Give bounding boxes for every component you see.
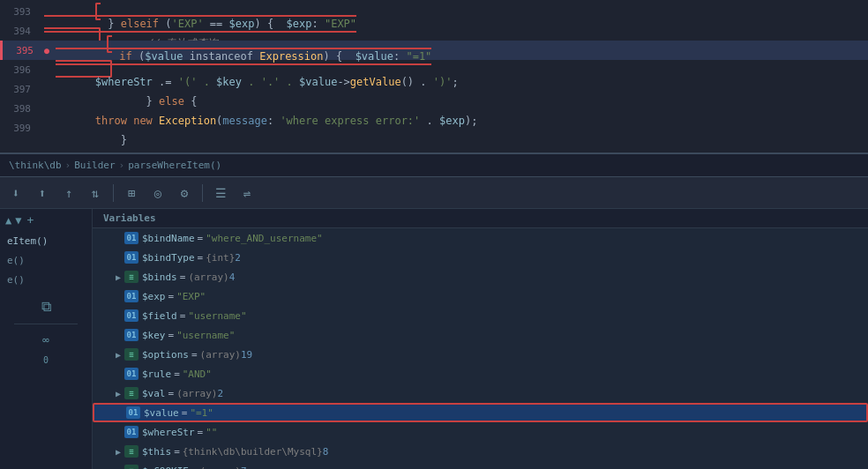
expand-placeholder-8: [112, 426, 124, 438]
type-badge-wherestr: 01: [124, 426, 138, 438]
breadcrumb-item-3[interactable]: parseWhereItem(): [128, 160, 221, 171]
toolbar-target-icon[interactable]: ◎: [149, 184, 167, 202]
nav-item-e2[interactable]: e(): [0, 270, 92, 289]
var-name-field: $field: [142, 310, 177, 322]
expand-val[interactable]: ▶: [112, 387, 124, 399]
icon-separator: [14, 324, 79, 324]
left-zero-icon[interactable]: 0: [43, 355, 49, 365]
var-value-key: "username": [176, 330, 235, 341]
var-row-exp[interactable]: 01 $exp = "EXP": [93, 287, 868, 306]
debug-toolbar: ⬇ ⬆ ↑ ⇅ ⊞ ◎ ⚙ ☰ ⇌: [0, 177, 868, 209]
variables-header: Variables: [93, 209, 868, 228]
var-row-binds[interactable]: ▶ ≡ $binds = (array) 4: [93, 267, 868, 287]
expand-cookie[interactable]: ▶: [112, 465, 124, 469]
left-infinity-icon[interactable]: ∞: [42, 333, 49, 346]
var-eq-6: =: [168, 330, 175, 341]
var-value-wherestr: "": [206, 427, 217, 438]
var-type-options: (array): [200, 349, 241, 361]
type-badge-rule: 01: [124, 368, 138, 380]
var-type-binds: (array): [188, 272, 228, 283]
nav-item-e1[interactable]: e(): [0, 250, 92, 270]
var-row-wherestr[interactable]: 01 $whereStr = "": [93, 422, 868, 442]
var-value-binds: 4: [229, 272, 236, 283]
var-value-field: "username": [188, 310, 246, 322]
type-badge-field: 01: [124, 309, 138, 322]
expand-placeholder-2: [112, 251, 124, 264]
var-eq-10: =: [182, 407, 188, 419]
var-eq-8: =: [174, 368, 180, 380]
breadcrumb-sep-1: ›: [65, 160, 71, 171]
var-row-bindtype[interactable]: 01 $bindType = {int} 2: [93, 248, 868, 267]
type-badge-var: 01: [124, 232, 138, 244]
line-number-394: 394: [0, 26, 40, 37]
var-row-cookie[interactable]: ▶ ≡ $_COOKIE = (array) 7: [93, 461, 868, 469]
var-type-cookie: (array): [200, 465, 241, 470]
nav-down-btn[interactable]: ▼: [15, 214, 21, 227]
type-badge-this: ≡: [124, 445, 138, 458]
nav-item-eitem[interactable]: eItem(): [0, 231, 92, 250]
var-name-binds: $binds: [142, 272, 177, 283]
var-row-this[interactable]: ▶ ≡ $this = {think\db\builder\Mysql} 8: [93, 442, 868, 461]
var-row-field[interactable]: 01 $field = "username": [93, 306, 868, 325]
breadcrumb-item-1[interactable]: \think\db: [9, 160, 62, 171]
var-row-bindname[interactable]: 01 $bindName = "where_AND_username": [93, 228, 868, 248]
var-row-val[interactable]: ▶ ≡ $val = (array) 2: [93, 383, 868, 403]
toolbar-upload-icon[interactable]: ⬆: [34, 184, 51, 202]
expand-this[interactable]: ▶: [112, 445, 124, 458]
var-name-val: $val: [142, 388, 166, 399]
nav-add-btn[interactable]: +: [26, 213, 34, 227]
line-number-396: 396: [0, 64, 40, 76]
var-name-cookie: $_COOKIE: [142, 465, 189, 470]
expand-placeholder-4: [112, 309, 124, 322]
left-copy-icon[interactable]: ⧉: [41, 298, 51, 315]
var-row-value[interactable]: 01 $value = "=1": [93, 403, 868, 422]
line-content-399: }: [40, 97, 868, 159]
line-number-393: 393: [0, 6, 40, 18]
toolbar-list-icon[interactable]: ☰: [212, 184, 229, 202]
var-type-bindtype: {int}: [206, 252, 235, 264]
type-badge-value: 01: [126, 406, 140, 419]
nav-up-btn[interactable]: ▲: [5, 214, 11, 227]
var-eq-11: =: [198, 427, 204, 438]
toolbar-download-icon[interactable]: ⬇: [7, 184, 25, 202]
code-lines: 393 } elseif ('EXP' == $exp) { $exp: "EX…: [0, 0, 868, 139]
var-name-bindtype: $bindType: [142, 252, 195, 264]
var-eq-3: =: [180, 272, 186, 283]
toolbar-sort-icon[interactable]: ⇅: [86, 184, 104, 202]
line-number-399: 399: [0, 123, 40, 134]
var-row-options[interactable]: ▶ ≡ $options = (array) 19: [93, 345, 868, 364]
var-value-exp: "EXP": [176, 291, 206, 302]
var-name-rule: $rule: [142, 368, 171, 380]
toolbar-up-icon[interactable]: ↑: [60, 184, 78, 202]
breadcrumb-item-2[interactable]: Builder: [74, 160, 115, 171]
var-value-cookie: 7: [241, 465, 247, 470]
type-badge-val: ≡: [124, 387, 138, 399]
var-value-val: 2: [217, 388, 223, 399]
type-badge-exp: 01: [124, 290, 138, 302]
var-row-key[interactable]: 01 $key = "username": [93, 325, 868, 345]
line-number-397: 397: [0, 84, 40, 95]
var-name-bindname: $bindName: [142, 233, 195, 244]
var-name-key: $key: [142, 330, 166, 341]
var-eq-9: =: [168, 388, 175, 399]
var-value-rule: "AND": [183, 368, 212, 380]
toolbar-exchange-icon[interactable]: ⇌: [238, 184, 256, 202]
var-value-value: "=1": [190, 407, 213, 419]
toolbar-grid-icon[interactable]: ⊞: [123, 184, 140, 202]
left-icon-group: ⧉ ∞ 0: [0, 289, 92, 469]
var-row-rule[interactable]: 01 $rule = "AND": [93, 364, 868, 383]
type-badge-options: ≡: [124, 348, 138, 361]
var-type-this: {think\db\builder\Mysql}: [183, 446, 323, 458]
variables-content: Variables 01 $bindName = "where_AND_user…: [93, 209, 868, 469]
toolbar-separator-1: [113, 184, 114, 202]
var-value-this: 8: [323, 446, 329, 458]
toolbar-settings-icon[interactable]: ⚙: [176, 184, 193, 202]
var-type-val: (array): [176, 388, 217, 399]
var-eq-13: =: [191, 465, 198, 470]
expand-binds[interactable]: ▶: [112, 271, 124, 283]
type-badge-cookie: ≡: [124, 465, 138, 469]
var-name-options: $options: [142, 349, 189, 361]
var-value-options: 19: [241, 349, 252, 361]
expand-options[interactable]: ▶: [112, 348, 124, 361]
var-name-this: $this: [142, 446, 171, 458]
